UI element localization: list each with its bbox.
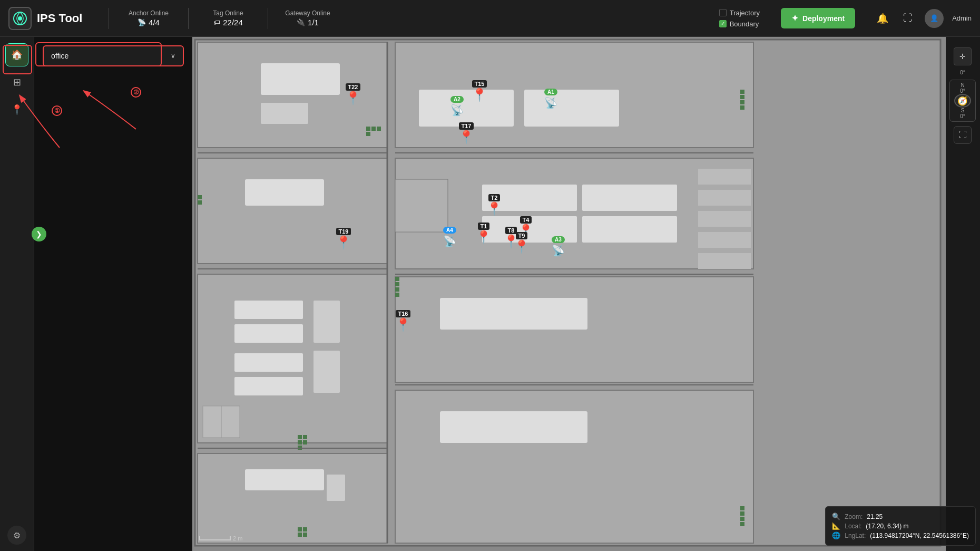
svg-rect-25 — [303, 435, 307, 439]
expand-panel-button[interactable]: ❯ — [32, 227, 46, 241]
deploy-label: Deployment — [802, 14, 845, 23]
anchor-label: Anchor Online — [129, 9, 169, 17]
tag-T17[interactable]: T17 📍 — [458, 122, 474, 143]
svg-rect-26 — [298, 440, 302, 444]
lnglat-icon: 🌐 — [832, 531, 840, 539]
fullscreen-button[interactable]: ⛶ — [954, 126, 972, 144]
svg-rect-41 — [740, 100, 744, 104]
anchor-icon-A2: 📡 — [450, 104, 464, 117]
svg-rect-29 — [198, 453, 387, 543]
header: IPS Tool Anchor Online 📡 4/4 Tag Online … — [0, 0, 980, 37]
sidebar-item-anchor[interactable]: 📍 — [5, 98, 28, 121]
tag-T19[interactable]: T19 📍 — [336, 228, 351, 249]
deploy-button[interactable]: ✦ Deployment — [781, 8, 855, 28]
north-deg: 0° — [960, 88, 965, 94]
svg-rect-56 — [395, 277, 399, 281]
gateway-value: 🔌 1/1 — [297, 18, 319, 27]
tag-icon: 🏷 — [213, 18, 220, 26]
gateway-stat: Gateway Online 🔌 1/1 — [279, 9, 337, 27]
anchor-A4[interactable]: A4 📡 — [443, 227, 456, 247]
trajectory-checkbox[interactable] — [719, 9, 727, 16]
svg-rect-34 — [298, 533, 302, 537]
north-label: N — [961, 82, 964, 88]
tag-T16[interactable]: T16 📍 — [395, 310, 411, 331]
tag-pin-T17: 📍 — [458, 131, 474, 143]
tag-label-T15: T15 — [472, 80, 487, 88]
tag-T9[interactable]: T9 📍 — [514, 232, 530, 253]
settings-button[interactable]: ⚙ — [7, 526, 26, 545]
pan-control[interactable]: ✛ — [954, 47, 972, 65]
logo-area: IPS Tool — [8, 7, 98, 30]
svg-rect-35 — [303, 533, 307, 537]
anchor-stat: Anchor Online 📡 4/4 — [120, 9, 178, 27]
tag-pin-T2: 📍 — [486, 202, 502, 215]
sidebar: 🏠 ⊞ 📍 ⚙ — [0, 37, 34, 551]
map-area[interactable]: T22 📍 T15 📍 T17 📍 T19 📍 T16 📍 T2 📍 T1 📍 … — [192, 37, 946, 551]
svg-rect-63 — [740, 511, 744, 516]
svg-rect-16 — [234, 301, 303, 319]
anchor-A3[interactable]: A3 📡 — [552, 236, 565, 257]
tag-label-T1: T1 — [478, 223, 490, 230]
zoom-label: Zoom: — [845, 513, 863, 520]
svg-rect-19 — [234, 377, 303, 395]
tag-T2[interactable]: T2 📍 — [486, 194, 502, 215]
admin-label[interactable]: Admin — [952, 14, 972, 22]
boundary-option[interactable]: ✓ Boundary — [719, 20, 760, 28]
divider-3 — [268, 8, 268, 29]
svg-rect-37 — [419, 90, 514, 127]
lnglat-label: LngLat: — [845, 532, 866, 539]
tag-label-T9: T9 — [516, 232, 528, 239]
app-title: IPS Tool — [37, 12, 82, 25]
sidebar-item-home[interactable]: 🏠 — [5, 43, 28, 66]
gateway-label: Gateway Online — [285, 9, 330, 17]
svg-rect-52 — [698, 253, 751, 269]
svg-rect-21 — [313, 351, 340, 393]
svg-rect-62 — [740, 506, 744, 510]
sidebar-item-layers[interactable]: ⊞ — [5, 71, 28, 94]
svg-rect-27 — [303, 440, 307, 444]
svg-rect-11 — [198, 158, 387, 264]
svg-rect-42 — [740, 105, 744, 110]
divider-2 — [188, 8, 189, 29]
boundary-checkbox[interactable]: ✓ — [719, 20, 727, 27]
logo-icon — [8, 7, 32, 30]
deploy-icon: ✦ — [791, 13, 798, 23]
chevron-down-icon: ∨ — [171, 52, 175, 60]
svg-rect-59 — [395, 293, 399, 297]
avatar[interactable]: 👤 — [925, 9, 944, 28]
tag-stat: Tag Online 🏷 22/24 — [199, 9, 257, 27]
tag-label-T16: T16 — [396, 310, 411, 317]
tag-value: 🏷 22/24 — [213, 18, 243, 27]
svg-rect-65 — [740, 522, 744, 526]
notification-button[interactable]: 🔔 — [874, 10, 891, 27]
anchor-A1[interactable]: A1 📡 — [544, 89, 557, 109]
rotation-label: 0° — [960, 70, 965, 75]
svg-rect-61 — [440, 411, 587, 443]
tag-pin-T1: 📍 — [476, 231, 492, 244]
tag-label: Tag Online — [213, 9, 243, 17]
left-panel: office ∨ — [34, 37, 192, 551]
tag-T1[interactable]: T1 📍 — [476, 223, 492, 244]
compass-widget: N 0° 🧭 S 0° — [949, 80, 976, 122]
svg-rect-30 — [245, 469, 324, 490]
trajectory-option[interactable]: Trajectory — [719, 9, 760, 17]
anchor-A2[interactable]: A2 📡 — [450, 96, 464, 117]
tag-T15[interactable]: T15 📍 — [472, 80, 487, 101]
svg-rect-8 — [371, 127, 376, 131]
svg-rect-18 — [234, 353, 303, 372]
anchor-icon: 📡 — [138, 18, 146, 26]
fullscreen-header-button[interactable]: ⛶ — [899, 10, 916, 27]
anchor-label-A4: A4 — [443, 227, 456, 234]
scale-value: 2 m — [233, 535, 242, 542]
scale-line — [199, 536, 231, 540]
tag-label-T4: T4 — [520, 216, 532, 224]
floor-select[interactable]: office ∨ — [43, 45, 184, 66]
tag-pin-T16: 📍 — [395, 318, 411, 331]
tag-T22[interactable]: T22 📍 — [345, 83, 361, 104]
svg-rect-5 — [261, 63, 340, 95]
tag-pin-T9: 📍 — [514, 240, 530, 253]
svg-rect-14 — [198, 200, 202, 205]
map-options: Trajectory ✓ Boundary — [719, 9, 760, 28]
svg-rect-22 — [203, 406, 221, 438]
compass-dial[interactable]: 🧭 — [954, 94, 971, 108]
